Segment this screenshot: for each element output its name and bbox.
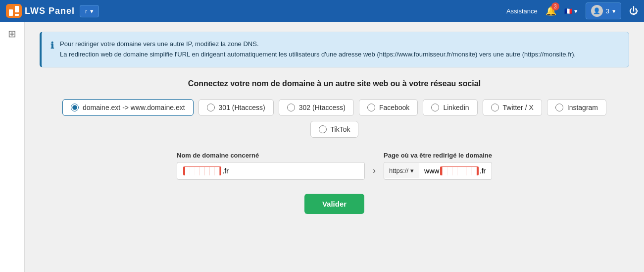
user-menu[interactable]: 👤 3 ▾	[586, 2, 621, 19]
flag-dropdown-icon: ▾	[574, 7, 578, 15]
radio-input-301[interactable]	[207, 104, 215, 111]
topnav-right: Assistance 🔔 3 🇫🇷 ▾ 👤 3 ▾ ⏻	[506, 2, 638, 19]
language-selector[interactable]: 🇫🇷 ▾	[564, 7, 578, 15]
radio-label-301: 301 (Htaccess)	[219, 104, 265, 111]
info-box: ℹ Pour rediriger votre domaine vers une …	[40, 32, 629, 67]
radio-input-linkedin[interactable]	[431, 104, 439, 111]
radio-label-tiktok: TikTok	[331, 125, 350, 133]
flag-icon: 🇫🇷	[564, 7, 572, 15]
account-dropdown-label: r	[85, 7, 87, 15]
section-title: Connectez votre nom de domaine à un autr…	[40, 79, 629, 88]
notification-badge: 3	[551, 2, 559, 10]
radio-option-domaine-ext[interactable]: domaine.ext -> www.domaine.ext	[62, 99, 194, 116]
radio-label-facebook: Facebook	[379, 104, 409, 111]
validate-button[interactable]: Valider	[304, 194, 364, 214]
sidebar-grid-icon[interactable]: ⊞	[8, 28, 16, 40]
radio-option-instagram[interactable]: Instagram	[547, 99, 606, 116]
svg-rect-2	[15, 14, 19, 16]
radio-input-facebook[interactable]	[367, 104, 375, 111]
info-line1: Pour rediriger votre domaine vers une au…	[60, 39, 576, 50]
radio-input-domaine-ext[interactable]	[71, 104, 79, 111]
notifications-bell[interactable]: 🔔 3	[545, 5, 556, 16]
radio-input-tiktok[interactable]	[319, 125, 327, 133]
domain-label: Nom de domaine concerné	[177, 152, 365, 159]
redirect-label: Page où va être redirigé le domaine	[384, 152, 492, 159]
radio-label-twitter: Twitter / X	[503, 104, 534, 111]
account-dropdown[interactable]: r ▾	[80, 5, 99, 17]
radio-label-302: 302 (Htaccess)	[299, 104, 346, 111]
domain-field-group: Nom de domaine concerné ███████.fr	[177, 152, 365, 180]
redirect-prefix-selector[interactable]: https:// ▾	[384, 163, 419, 178]
domain-display: ███████.fr	[177, 162, 365, 180]
power-button[interactable]: ⏻	[629, 6, 638, 16]
radio-label-instagram: Instagram	[567, 104, 598, 111]
info-text: Pour rediriger votre domaine vers une au…	[60, 39, 576, 60]
assistance-link[interactable]: Assistance	[506, 7, 538, 15]
radio-option-facebook[interactable]: Facebook	[359, 99, 418, 116]
avatar: 👤	[591, 5, 603, 17]
svg-rect-0	[9, 9, 13, 16]
top-navbar: LWS Panel r ▾ Assistance 🔔 3 🇫🇷 ▾ 👤 3 ▾ …	[0, 0, 644, 22]
validate-button-container: Valider	[40, 194, 629, 214]
info-line2: La redirection web de domaine simplifie …	[60, 50, 576, 60]
redirect-type-group: domaine.ext -> www.domaine.ext 301 (Htac…	[40, 99, 629, 138]
radio-input-twitter[interactable]	[491, 104, 499, 111]
logo-icon	[6, 4, 22, 18]
svg-rect-1	[15, 6, 19, 12]
logo: LWS Panel	[6, 4, 75, 18]
radio-option-twitter[interactable]: Twitter / X	[483, 99, 542, 116]
form-section: Nom de domaine concerné ███████.fr › Pag…	[40, 152, 629, 180]
main-content: ℹ Pour rediriger votre domaine vers une …	[25, 22, 644, 272]
radio-input-instagram[interactable]	[555, 104, 563, 111]
radio-option-linkedin[interactable]: Linkedin	[423, 99, 477, 116]
redirect-field-group: Page où va être redirigé le domaine http…	[384, 152, 492, 180]
radio-option-tiktok[interactable]: TikTok	[310, 121, 359, 138]
chevron-down-icon: ▾	[90, 7, 94, 15]
redirect-display: www███████.fr	[419, 163, 492, 179]
radio-label-linkedin: Linkedin	[443, 104, 469, 111]
logo-text: LWS Panel	[25, 6, 75, 16]
redirect-field: https:// ▾ www███████.fr	[384, 162, 492, 180]
arrow-separator: ›	[373, 165, 376, 176]
radio-option-302[interactable]: 302 (Htaccess)	[279, 99, 354, 116]
radio-input-302[interactable]	[287, 104, 295, 111]
radio-option-301[interactable]: 301 (Htaccess)	[198, 99, 274, 116]
redirect-prefix-chevron: ▾	[410, 167, 414, 174]
main-layout: ⊞ ℹ Pour rediriger votre domaine vers un…	[0, 22, 644, 272]
radio-label-domaine-ext: domaine.ext -> www.domaine.ext	[83, 104, 185, 111]
user-chevron-icon: ▾	[612, 7, 616, 15]
user-label: 3	[606, 7, 609, 15]
redirect-prefix-text: https://	[389, 167, 408, 174]
arrow-icon: ›	[373, 165, 376, 176]
sidebar: ⊞	[0, 22, 25, 272]
info-icon: ℹ	[50, 40, 54, 60]
